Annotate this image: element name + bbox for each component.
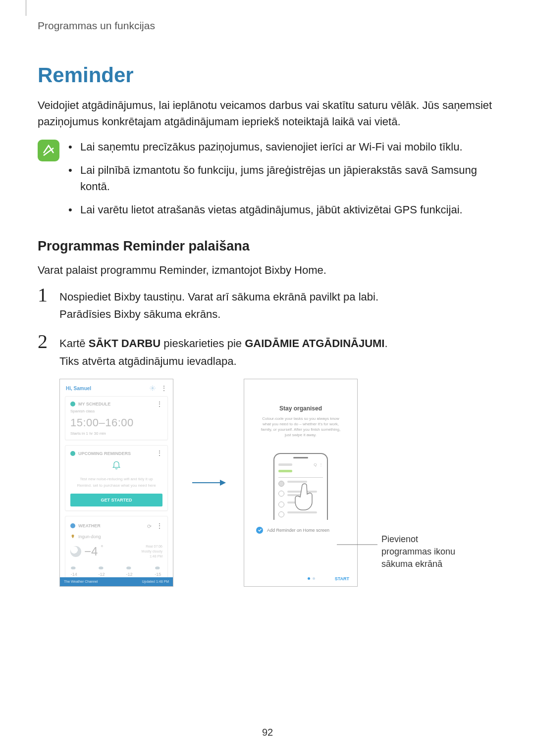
weather-detail: Real 07:06 xyxy=(142,544,162,549)
intro-desc: Colour-code your tasks so you always kno… xyxy=(254,416,347,438)
card-desc: Remind. set to purchase what you need he… xyxy=(70,483,162,488)
svg-point-2 xyxy=(99,566,103,569)
add-home-label: Add Reminder on Home screen xyxy=(267,528,329,533)
more-icon: ⋮ xyxy=(156,522,162,530)
weather-detail: Mostly cloudy xyxy=(142,549,162,554)
card-desc: Test new noise-reducing wifi and tidy it… xyxy=(70,477,162,481)
card-chip: WEATHER xyxy=(78,523,101,528)
location-text: Ingun-dong xyxy=(78,534,101,539)
callout-text: Pievienot programmas ikonu sākuma ekrānā xyxy=(381,533,471,571)
card-caption: Starts in 1 hr 30 min xyxy=(70,431,162,436)
svg-point-1 xyxy=(71,566,75,569)
more-icon: ⋮ xyxy=(156,451,162,456)
subsection-intro: Varat palaist programmu Reminder, izmant… xyxy=(38,262,497,278)
get-started-button[interactable]: GET STARTED xyxy=(70,494,162,506)
reminder-intro-screenshot: Stay organised Colour-code your tasks so… xyxy=(244,379,358,587)
svg-point-4 xyxy=(155,566,160,569)
section-title: Reminder xyxy=(38,63,497,87)
svg-point-3 xyxy=(126,566,131,569)
more-icon: ⋮ xyxy=(160,386,167,391)
cloud-icon xyxy=(70,546,81,557)
breadcrumb: Programmas un funkcijas xyxy=(38,20,497,32)
step-text: Kartē SĀKT DARBU pieskarieties pie GAIDĀ… xyxy=(59,335,388,352)
checkmark-icon[interactable] xyxy=(256,527,263,534)
hand-icon xyxy=(293,482,316,511)
note-item: Lai pilnībā izmantotu šo funkciju, jums … xyxy=(68,162,497,195)
step-text: Parādīsies Bixby sākuma ekrāns. xyxy=(59,305,378,323)
card-subtitle: Spanish class xyxy=(70,409,162,413)
card-chip: UPCOMING REMINDERS xyxy=(78,451,131,456)
pin-icon xyxy=(70,532,75,541)
card-time: 15:00–16:00 xyxy=(70,416,162,429)
step-number: 2 xyxy=(38,332,52,369)
gear-icon xyxy=(150,384,156,393)
svg-marker-6 xyxy=(220,480,226,486)
intro-paragraph: Veidojiet atgādinājumus, lai ieplānotu v… xyxy=(38,97,497,130)
page-number: 92 xyxy=(0,727,535,738)
intro-title: Stay organised xyxy=(254,405,347,412)
note-item: Lai varētu lietot atrašanās vietas atgād… xyxy=(68,202,497,218)
arrow-icon xyxy=(191,478,226,488)
more-icon: ⋮ xyxy=(156,402,162,407)
refresh-icon: ⟳ xyxy=(147,523,152,529)
mini-phone-illustration: Q ⋮ xyxy=(273,453,328,520)
start-link[interactable]: START xyxy=(335,576,349,581)
temperature: −4 xyxy=(84,545,98,558)
note-icon xyxy=(38,140,59,161)
footer-text: Updated 1:48 PM xyxy=(142,580,169,583)
page-dots xyxy=(308,577,315,580)
greeting-text: Hi, Samuel xyxy=(66,386,91,391)
bixby-home-screenshot: Hi, Samuel ⋮ MY SCHEDULE ⋮ Spanish class… xyxy=(59,379,173,587)
step-number: 1 xyxy=(38,285,52,323)
subsection-title: Programmas Reminder palaišana xyxy=(38,239,497,254)
svg-point-0 xyxy=(152,387,154,389)
footer-text: The Weather Channel xyxy=(64,580,98,583)
card-chip: MY SCHEDULE xyxy=(78,402,110,406)
step-text: Nospiediet Bixby taustiņu. Varat arī sāk… xyxy=(59,288,378,305)
step-text: Tiks atvērta atgādinājumu ievadlapa. xyxy=(59,353,388,370)
bell-icon xyxy=(70,460,162,475)
callout-line xyxy=(337,544,377,545)
weather-detail: 1:48 PM xyxy=(142,554,162,559)
note-item: Lai saņemtu precīzākus paziņojumus, savi… xyxy=(68,139,497,155)
